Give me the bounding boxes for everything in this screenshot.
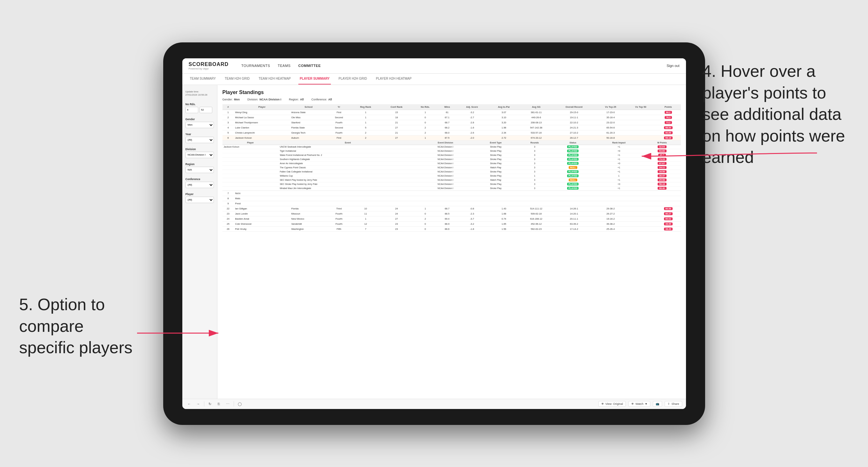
top-nav: SCOREBOARD Powered by clippi TOURNAMENTS… [182, 58, 686, 74]
tab-team-h2h-grid[interactable]: TEAM H2H GRID [223, 74, 251, 85]
table-row: 9Prest [222, 201, 681, 206]
table-row: 1Wenyi DingArizona StateFirst 115161-3.2… [222, 110, 681, 115]
col-yr: Yr [327, 104, 351, 110]
gender-select[interactable]: Men [186, 122, 214, 128]
timer-icon[interactable]: ◯ [237, 401, 243, 407]
table-row: 3Michael ThorbjornsenStanfordFourth 1210… [222, 120, 681, 125]
logo-sub: Powered by clippi [189, 67, 229, 70]
table-row: 26Petr HrubyWashingtonFifth 723088.6-1.8… [222, 226, 681, 231]
tooltip-table: Player Event Event Division Event Type R… [222, 141, 681, 191]
col-top50: Vs Top 50 [626, 104, 656, 110]
tooltip-row: Wake Forest Invitational at Pinehurst No… [222, 153, 681, 157]
tooltip-row: SEC Match Play hosted by Jerry Pate NCAA… [222, 178, 681, 182]
gender-section: Gender Men [186, 118, 214, 128]
tooltip-row: Southern Highlands Collegiate NCAA Divis… [222, 157, 681, 161]
copy-icon[interactable]: ⎘ [216, 401, 222, 407]
no-rds-max-input[interactable] [199, 107, 212, 113]
col-adj: Adj. Score [456, 104, 488, 110]
conference-label: Conference [186, 178, 214, 181]
division-section: Division NCAA Division I [186, 148, 214, 158]
conference-select[interactable]: (All) [186, 182, 214, 188]
col-sg: Avg SG [520, 104, 552, 110]
tooltip-row: Mirabel Maui Jim Intercollegiate NCAA Di… [222, 186, 681, 190]
panel-title: Player Standings [222, 90, 681, 95]
toolbar-sep-1 [204, 401, 204, 406]
tab-team-h2h-heatmap[interactable]: TEAM H2H HEATMAP [257, 74, 292, 85]
no-rds-section: No Rds. [186, 103, 214, 113]
main-content: Update time: 27/01/2024 16:56:26 No Rds.… [182, 85, 686, 399]
player-section: Player (All) [186, 192, 214, 203]
table-row: 25Cole SherwoodVanderbiltFourth 1223088.… [222, 221, 681, 226]
division-select[interactable]: NCAA Division I [186, 152, 214, 158]
bottom-toolbar: ← → ↻ ⎘ ⋯ ◯ 👁 View: Original 👁 Watch ▼ [182, 399, 686, 409]
division-label: Division [186, 148, 214, 151]
arrow-top-right [632, 140, 824, 166]
tablet-device: SCOREBOARD Powered by clippi TOURNAMENTS… [163, 42, 705, 425]
view-button[interactable]: 👁 View: Original [598, 401, 626, 407]
logo-area: SCOREBOARD Powered by clippi [189, 62, 229, 70]
tab-player-summary[interactable]: PLAYER SUMMARY [298, 74, 331, 85]
table-row: 4Luke ClantonFlorida StateSecond 527268.… [222, 125, 681, 130]
share-icon: ⇧ [668, 402, 670, 405]
tab-team-summary[interactable]: TEAM SUMMARY [189, 74, 217, 85]
logo-text: SCOREBOARD [189, 62, 229, 67]
player-select[interactable]: (All) [186, 197, 214, 203]
tooltip-row: Tiger Invitational NCAA Division IStroke… [222, 149, 681, 153]
player-label: Player [186, 192, 214, 196]
filter-conference: Conference: All [311, 98, 332, 101]
year-section: Year (All) [186, 133, 214, 143]
back-icon[interactable]: ← [186, 401, 192, 407]
col-to-par: Avg to-Par [488, 104, 520, 110]
col-rank: # [222, 104, 234, 110]
sidebar: Update time: 27/01/2024 16:56:26 No Rds.… [182, 85, 217, 399]
tooltip-row: Williams Cup NCAA Division IStroke Play1… [222, 174, 681, 178]
col-reg-rank: Reg Rank [351, 104, 381, 110]
nav-committee[interactable]: COMMITTEE [298, 64, 321, 68]
settings-icon[interactable]: ⋯ [225, 401, 231, 407]
tooltip-row: Fallen Oak Collegiate Invitational NCAA … [222, 169, 681, 174]
page-wrapper: SCOREBOARD Powered by clippi TOURNAMENTS… [0, 0, 868, 467]
no-rds-min-input[interactable] [186, 107, 198, 113]
region-section: Region N/A [186, 162, 214, 173]
col-player: Player [234, 104, 290, 110]
table-row: 23Jack LundinMissouriFourth 1124088.5-2.… [222, 211, 681, 216]
filter-division: Division: NCAA Division I [247, 98, 281, 101]
clip-button[interactable]: 📺 [653, 401, 662, 407]
watch-label: Watch [635, 402, 643, 405]
nav-teams[interactable]: TEAMS [278, 64, 290, 68]
year-select[interactable]: (All) [186, 137, 214, 143]
col-no-rds: No Rds. [412, 104, 438, 110]
no-rds-label: No Rds. [186, 103, 214, 106]
conference-section: Conference (All) [186, 178, 214, 188]
share-button[interactable]: ⇧ Share [664, 401, 682, 407]
col-school: School [290, 104, 328, 110]
filter-region: Region: All [289, 98, 304, 101]
tooltip-header-row: Player Event Event Division Event Type R… [222, 140, 681, 191]
region-select[interactable]: N/A [186, 167, 214, 173]
nav-right: Sign out [666, 64, 679, 68]
watch-button[interactable]: 👁 Watch ▼ [628, 401, 650, 407]
standings-table: # Player School Yr Reg Rank Conf Rank No… [222, 104, 681, 232]
no-rds-row [186, 107, 214, 113]
table-row: 22Ian GilliganFloridaThird 1024168.7-0.8… [222, 206, 681, 211]
tooltip-row: Amer An Intercollegiate NCAA Division IS… [222, 161, 681, 165]
view-icon: 👁 [601, 402, 604, 405]
gender-label: Gender [186, 118, 214, 121]
col-conf-rank: Conf Rank [381, 104, 412, 110]
refresh-icon[interactable]: ↻ [207, 401, 213, 407]
toolbar-sep-2 [234, 401, 234, 406]
annotation-bottom-left: 5. Option to compare specific players [19, 294, 140, 359]
table-row: 7Nichi [222, 191, 681, 196]
tab-player-h2h-grid[interactable]: PLAYER H2H GRID [337, 74, 368, 85]
tab-player-h2h-heatmap[interactable]: PLAYER H2H HEATMAP [375, 74, 413, 85]
sign-out-link[interactable]: Sign out [666, 64, 679, 68]
col-top25: Vs Top 25 [595, 104, 625, 110]
col-wins: Wins [438, 104, 456, 110]
nav-tournaments[interactable]: TOURNAMENTS [241, 64, 270, 68]
year-label: Year [186, 133, 214, 136]
table-header-row: # Player School Yr Reg Rank Conf Rank No… [222, 104, 681, 110]
col-overall: Overall Record [552, 104, 595, 110]
col-points: Points [656, 104, 681, 110]
table-row: 24Bastien AmatNew MexicoFourth 127269.4-… [222, 216, 681, 221]
forward-icon[interactable]: → [195, 401, 202, 407]
